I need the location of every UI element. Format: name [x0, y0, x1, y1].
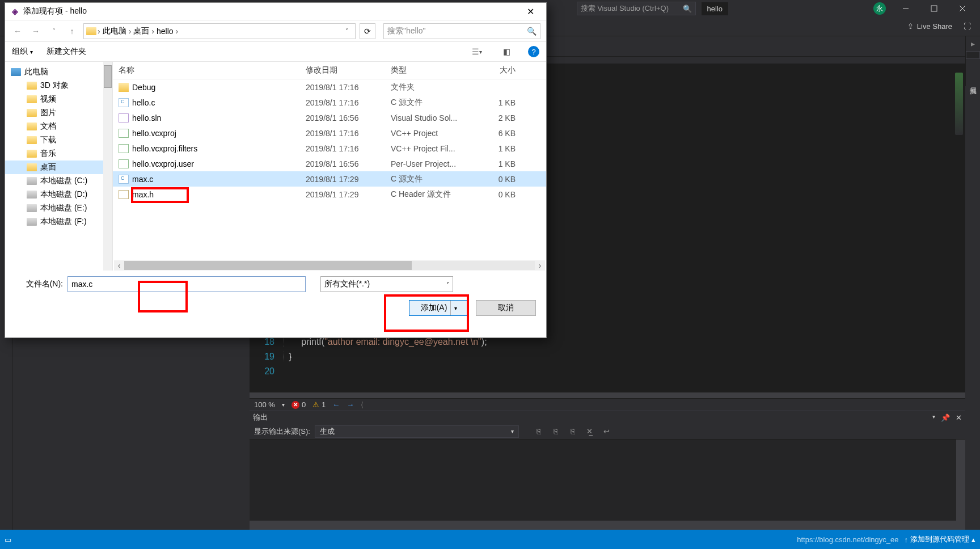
tree-item[interactable]: 此电脑	[5, 65, 112, 79]
file-row[interactable]: max.c2019/8/1 17:29C 源文件0 KB	[113, 171, 546, 187]
filename-input[interactable]	[67, 276, 306, 292]
col-type[interactable]: 类型	[391, 65, 476, 75]
output-tool-icon-1[interactable]: ⎘	[533, 425, 545, 438]
file-row[interactable]: hello.vcxproj.filters2019/8/1 17:16VC++ …	[113, 141, 546, 156]
output-scrollbar-v[interactable]	[956, 440, 965, 521]
file-date: 2019/8/1 16:56	[306, 159, 391, 168]
output-tool-icon-3[interactable]: ⎘	[567, 425, 579, 438]
nav-prev-icon[interactable]: ←	[332, 400, 340, 409]
nav-end-icon[interactable]: ⟨	[361, 400, 364, 409]
tree-item[interactable]: 桌面	[5, 161, 112, 174]
status-left-icon[interactable]: ▭	[5, 535, 11, 544]
file-filter-combo[interactable]: 所有文件(*.*)˅	[320, 276, 453, 292]
help-icon[interactable]: ?	[528, 46, 539, 57]
col-size[interactable]: 大小	[476, 65, 516, 75]
vtab-notifications[interactable]: 通知	[966, 69, 980, 77]
tree-scrollbar[interactable]	[103, 62, 112, 271]
nav-back-arrow[interactable]: ←	[11, 27, 24, 36]
expand-icon[interactable]: ▸	[967, 37, 979, 50]
drive-icon	[27, 204, 37, 212]
file-row[interactable]: max.h2019/8/1 17:29C Header 源文件0 KB	[113, 187, 546, 202]
tree-item[interactable]: 本地磁盘 (F:)	[5, 215, 112, 229]
view-mode-button[interactable]: ☰ ▾	[469, 45, 485, 58]
file-name: hello.c	[132, 98, 155, 107]
file-row[interactable]: hello.c2019/8/1 17:16C 源文件1 KB	[113, 95, 546, 110]
tree-item[interactable]: 下载	[5, 133, 112, 147]
dialog-search-input[interactable]: 搜索"hello" 🔍	[383, 23, 540, 39]
addr-chevron-icon[interactable]: ˅	[340, 25, 353, 37]
file-row[interactable]: hello.sln2019/8/1 16:56Visual Studio Sol…	[113, 110, 546, 125]
tree-item[interactable]: 文档	[5, 120, 112, 133]
tree-item[interactable]: 本地磁盘 (E:)	[5, 201, 112, 215]
user-avatar[interactable]: 永	[873, 2, 886, 15]
file-type: VC++ Project	[391, 129, 476, 138]
cfile-icon	[119, 175, 129, 184]
proj-icon	[119, 144, 129, 153]
col-date[interactable]: 修改日期	[306, 65, 391, 75]
output-tool-icon-2[interactable]: ⎘	[550, 425, 562, 438]
warning-count[interactable]: ⚠1	[312, 400, 326, 409]
col-name[interactable]: 名称	[119, 65, 306, 75]
preview-pane-button[interactable]: ◧	[499, 45, 514, 58]
error-count[interactable]: ✕0	[292, 400, 306, 409]
file-row[interactable]: hello.vcxproj2019/8/1 17:16VC++ Project6…	[113, 125, 546, 141]
dialog-titlebar[interactable]: ◈ 添加现有项 - hello ✕	[5, 3, 546, 20]
maximize-button[interactable]	[921, 0, 947, 17]
new-folder-button[interactable]: 新建文件夹	[47, 47, 86, 57]
dialog-close-button[interactable]: ✕	[519, 3, 542, 19]
address-bar[interactable]: › 此电脑 › 桌面 › hello › ˅	[83, 23, 356, 39]
file-list-header[interactable]: 名称 修改日期 类型 大小	[113, 62, 546, 79]
nav-history-chevron[interactable]: ˅	[47, 28, 61, 34]
vtab-toolbox[interactable]: 工具箱	[966, 60, 980, 68]
vtab-properties[interactable]: 属性	[966, 78, 980, 86]
file-date: 2019/8/1 17:29	[306, 175, 391, 184]
file-row[interactable]: Debug2019/8/1 17:16文件夹	[113, 79, 546, 95]
nav-next-icon[interactable]: →	[347, 400, 354, 409]
vs-quick-search[interactable]: 搜索 Visual Studio (Ctrl+Q) 🔍	[577, 2, 696, 15]
search-icon: 🔍	[683, 5, 692, 13]
vtab-server-explorer[interactable]: 服务器资源管理器	[966, 51, 980, 59]
minimize-button[interactable]	[893, 0, 919, 17]
pin-icon[interactable]: 📌	[941, 413, 950, 422]
tree-item[interactable]: 图片	[5, 106, 112, 120]
file-type: VC++ Project Fil...	[391, 144, 476, 153]
file-name: hello.vcxproj	[132, 129, 176, 138]
tree-item[interactable]: 本地磁盘 (D:)	[5, 188, 112, 201]
file-row[interactable]: hello.vcxproj.user2019/8/1 16:56Per-User…	[113, 156, 546, 171]
vs-logo-icon: ◈	[10, 6, 20, 16]
folder-tree[interactable]: 此电脑3D 对象视频图片文档下载音乐桌面本地磁盘 (C:)本地磁盘 (D:)本地…	[5, 62, 113, 271]
add-button[interactable]: 添加(A) ▾	[409, 300, 469, 316]
file-type: 文件夹	[391, 82, 476, 92]
nav-up-arrow[interactable]: ↑	[65, 27, 79, 36]
output-wrap-icon[interactable]: ↩	[601, 425, 613, 438]
folder-icon	[27, 150, 37, 158]
organize-button[interactable]: 组织 ▾	[12, 47, 33, 57]
close-button[interactable]	[949, 0, 975, 17]
output-source-combo[interactable]: 生成▾	[315, 425, 519, 438]
tree-item[interactable]: 视频	[5, 92, 112, 106]
zoom-chevron-icon[interactable]: ▾	[282, 402, 285, 408]
file-size: 1 KB	[476, 144, 516, 153]
source-control-button[interactable]: ↑ 添加到源代码管理 ▴	[905, 534, 976, 544]
panel-dropdown-icon[interactable]: ▾	[932, 413, 935, 422]
tree-item[interactable]: 3D 对象	[5, 79, 112, 92]
fullscreen-icon[interactable]: ⛶	[964, 22, 971, 31]
output-body[interactable]	[250, 440, 965, 521]
nav-fwd-arrow[interactable]: →	[29, 27, 43, 36]
tree-item[interactable]: 音乐	[5, 147, 112, 161]
live-share-button[interactable]: ⇪ Live Share ⛶	[907, 22, 977, 31]
output-clear-icon[interactable]: ✕̲	[584, 425, 596, 438]
crumb-pc[interactable]: 此电脑	[102, 26, 128, 36]
crumb-hello[interactable]: hello	[155, 27, 175, 36]
crumb-desktop[interactable]: 桌面	[132, 26, 150, 36]
tree-item[interactable]: 本地磁盘 (C:)	[5, 174, 112, 188]
minimap[interactable]	[955, 73, 963, 135]
refresh-button[interactable]: ⟳	[360, 23, 375, 39]
panel-close-icon[interactable]: ✕	[956, 413, 962, 422]
cancel-button[interactable]: 取消	[476, 300, 536, 316]
file-list-scrollbar-h[interactable]: ‹›	[114, 260, 545, 271]
share-icon: ⇪	[907, 22, 914, 31]
add-dropdown-icon[interactable]: ▾	[454, 305, 457, 311]
output-scrollbar-h[interactable]	[250, 521, 965, 530]
zoom-level[interactable]: 100 %	[254, 400, 275, 409]
